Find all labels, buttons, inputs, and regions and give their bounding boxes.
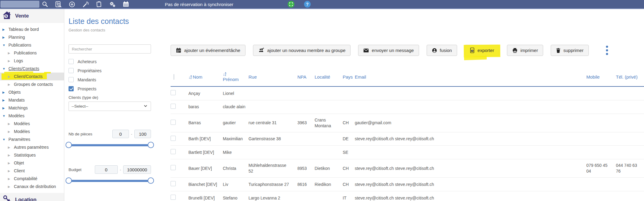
more-actions-button[interactable] bbox=[605, 44, 609, 56]
column-header-rue[interactable]: Rue bbox=[248, 68, 293, 86]
budget-slider[interactable] bbox=[69, 177, 151, 184]
advanced-search-icon[interactable] bbox=[55, 1, 62, 8]
column-header-pays[interactable]: Pays bbox=[341, 68, 353, 86]
sidebar-item-autres-param-tres[interactable]: ▶Autres paramètres bbox=[0, 143, 64, 151]
cell-nom: Bianchet [DEV] bbox=[184, 178, 220, 191]
sidebar-item-publications[interactable]: ▶Publications bbox=[0, 49, 64, 57]
row-checkbox[interactable] bbox=[171, 149, 176, 154]
row-checkbox[interactable] bbox=[171, 165, 176, 170]
triangle-right-icon: ▶ bbox=[8, 59, 12, 63]
column-header-npa[interactable]: NPA bbox=[293, 68, 314, 86]
filter-proprietaires[interactable]: Propriétaires bbox=[69, 68, 151, 73]
sidebar-item-client-contacts[interactable]: ▶Client/Contacts bbox=[0, 73, 64, 80]
row-checkbox-cell bbox=[171, 86, 184, 100]
sidebar-section-vente[interactable]: $ Vente bbox=[0, 9, 64, 23]
table-row[interactable]: Bauer [DEV]ChristaMühlehaldenstrasse 528… bbox=[171, 159, 644, 178]
sidebar-item-label: Mandats bbox=[8, 98, 25, 102]
select-all-checkbox[interactable] bbox=[174, 74, 174, 80]
sidebar-item-objets[interactable]: ▶Objets bbox=[0, 88, 64, 96]
row-checkbox[interactable] bbox=[171, 195, 176, 200]
sidebar-item-param-tres[interactable]: ▼Paramètres bbox=[0, 135, 64, 143]
column-header-prenom[interactable]: ↓AZPrénom bbox=[220, 68, 248, 86]
column-header-nom[interactable]: ↓AZNom bbox=[184, 68, 220, 86]
sidebar-item-canaux-de-distribution[interactable]: ▶Canaux de distribution bbox=[0, 183, 64, 190]
table-row[interactable]: Barrasgautierrue centrale 313963Crans Mo… bbox=[171, 114, 644, 132]
sidebar-item-groupes-de-contacts[interactable]: ▶Groupes de contacts bbox=[0, 80, 64, 88]
budget-min-input[interactable] bbox=[95, 165, 118, 174]
cell-pays: SE bbox=[341, 146, 353, 159]
cell-nom: Bartlett [DEV] bbox=[184, 146, 220, 159]
sidebar-item-mod-les[interactable]: ▼Modèles bbox=[0, 112, 64, 120]
budget-max-input[interactable] bbox=[123, 165, 151, 174]
global-search-input[interactable] bbox=[1, 1, 39, 8]
sidebar-item-matchings[interactable]: ▶Matchings bbox=[0, 104, 64, 112]
house-dollar-icon: $ bbox=[2, 11, 11, 21]
fusion-button[interactable]: fusion bbox=[427, 45, 457, 56]
prospects-checkbox[interactable] bbox=[69, 86, 74, 91]
mandants-checkbox[interactable] bbox=[69, 77, 74, 82]
table-row[interactable]: barasclaude alain bbox=[171, 100, 644, 114]
sidebar-item-comptabilit-[interactable]: ▶Comptabilité bbox=[0, 175, 64, 183]
sidebar-item-clients-contacts[interactable]: ▼Clients/Contacts bbox=[0, 65, 64, 73]
row-checkbox[interactable] bbox=[171, 120, 176, 125]
sidebar-item-tableau-de-bord[interactable]: ▶Tableau de bord bbox=[0, 25, 64, 33]
expand-icon[interactable] bbox=[288, 1, 294, 8]
cell-pays bbox=[341, 100, 353, 114]
wand-icon[interactable] bbox=[82, 1, 89, 8]
table-row[interactable]: Bartlett [DEV]MikeSE bbox=[171, 146, 644, 159]
help-icon[interactable]: ? bbox=[304, 1, 311, 8]
table-header-row: ↓AZNom ↓AZPrénom Rue NPA Localité Pays E… bbox=[171, 68, 644, 86]
button-label: exporter bbox=[478, 48, 494, 53]
row-checkbox[interactable] bbox=[171, 90, 176, 95]
sidebar-item-mandats[interactable]: ▶Mandats bbox=[0, 96, 64, 104]
column-header-tel-prive[interactable]: Tél. (privé) bbox=[611, 68, 644, 86]
sidebar-item-mod-les[interactable]: ▶Modèles bbox=[0, 128, 64, 135]
settings-gears-icon[interactable] bbox=[109, 1, 116, 8]
nb-pieces-min-input[interactable] bbox=[112, 130, 129, 138]
search-icon[interactable] bbox=[42, 1, 48, 8]
clipboard-icon[interactable] bbox=[96, 1, 102, 8]
sidebar-item-client[interactable]: ▶Client bbox=[0, 167, 64, 175]
sidebar-section-location[interactable]: Location bbox=[0, 193, 64, 201]
filter-acheteurs[interactable]: Acheteurs bbox=[69, 59, 151, 64]
ajouter-un-nouveau-membre-au-groupe-button[interactable]: ajouter un nouveau membre au groupe bbox=[253, 45, 351, 56]
sidebar-item-publications[interactable]: ▼Publications bbox=[0, 41, 64, 49]
row-checkbox[interactable] bbox=[171, 181, 176, 186]
envoyer-un-message-button[interactable]: envoyer un message bbox=[358, 45, 419, 56]
table-row[interactable]: Barth [DEV]MaximilianGartenstrasse 38DEs… bbox=[171, 132, 644, 146]
sidebar-item-label: Logs bbox=[14, 58, 23, 63]
column-header-mobile[interactable]: Mobile bbox=[583, 68, 611, 86]
contacts-search-input[interactable] bbox=[69, 44, 151, 53]
acheteurs-checkbox[interactable] bbox=[69, 59, 74, 64]
slider-handle-min[interactable] bbox=[66, 142, 72, 148]
proprietaires-checkbox[interactable] bbox=[69, 68, 74, 73]
cell-mobile bbox=[583, 100, 611, 114]
column-header-localite[interactable]: Localité bbox=[314, 68, 341, 86]
sidebar-item-planning[interactable]: ▶Planning bbox=[0, 33, 64, 41]
table-row[interactable]: Bianchet [DEV]LivTuricaphonstrasse 27861… bbox=[171, 178, 644, 191]
supprimer-button[interactable]: supprimer bbox=[551, 45, 589, 56]
section-label-location: Location bbox=[15, 197, 37, 201]
calendar-icon[interactable] bbox=[123, 1, 129, 8]
filter-mandants[interactable]: Mandants bbox=[69, 77, 151, 82]
client-type-select[interactable]: --Select-- bbox=[69, 102, 151, 111]
imprimer-button[interactable]: imprimer bbox=[507, 45, 543, 56]
exporter-button[interactable]: exporter bbox=[465, 45, 499, 56]
add-icon[interactable] bbox=[69, 1, 75, 8]
table-row[interactable]: Brunelli [DEV]StefanoLargo Levanna 2ITst… bbox=[171, 191, 644, 201]
nb-pieces-slider[interactable] bbox=[69, 142, 151, 148]
nb-pieces-max-input[interactable] bbox=[134, 130, 151, 138]
sidebar-item-logs[interactable]: ▶Logs bbox=[0, 57, 64, 65]
row-checkbox[interactable] bbox=[171, 104, 176, 109]
table-row[interactable]: AnçayLionel bbox=[171, 86, 644, 100]
row-checkbox[interactable] bbox=[171, 136, 176, 141]
sidebar-item-mod-les[interactable]: ▶Modèles bbox=[0, 120, 64, 128]
ajouter-un-événement-tâche-button[interactable]: ajouter un événement/tâche bbox=[171, 45, 245, 56]
sidebar-item-statistiques[interactable]: ▶Statistiques bbox=[0, 151, 64, 159]
slider-handle-max[interactable] bbox=[148, 142, 154, 148]
slider-handle-min[interactable] bbox=[66, 177, 72, 184]
column-header-email[interactable]: Email bbox=[353, 68, 583, 86]
filter-prospects[interactable]: Prospects bbox=[69, 86, 151, 91]
slider-handle-max[interactable] bbox=[148, 177, 154, 184]
sidebar-item-objet[interactable]: ▶Objet bbox=[0, 159, 64, 167]
